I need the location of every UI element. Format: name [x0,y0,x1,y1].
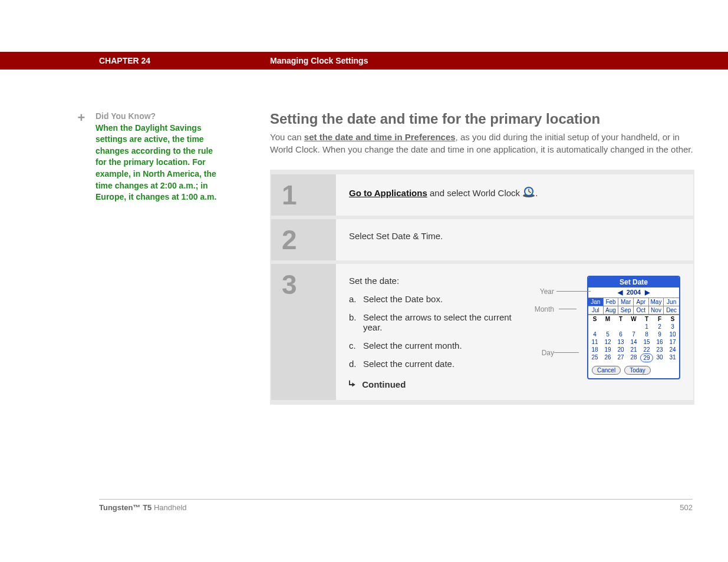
day-cell-2[interactable]: 2 [653,323,666,330]
day-cell-7[interactable]: 7 [627,330,640,338]
day-cell-12[interactable]: 12 [601,338,614,346]
chapter-label: CHAPTER 24 [99,56,270,65]
dow-header-cell: T [640,315,653,323]
steps-table: 1 Go to Applications and select World Cl… [270,170,694,405]
month-cell-dec[interactable]: Dec [664,306,679,315]
set-date-panel: Set Date ◀ 2004 ▶ JanFebMarAprMayJunJulA… [587,276,680,379]
day-cell-11[interactable]: 11 [588,338,601,346]
day-cell-28[interactable]: 28 [627,353,640,362]
month-cell-jun[interactable]: Jun [664,298,679,306]
year-selector: ◀ 2004 ▶ [588,287,679,297]
day-cell-4[interactable]: 4 [588,330,601,338]
month-cell-jul[interactable]: Jul [588,306,604,315]
step-1-row: 1 Go to Applications and select World Cl… [271,174,693,216]
year-value: 2004 [627,289,641,296]
year-next-arrow[interactable]: ▶ [643,289,652,296]
section-title: Setting the date and time for the primar… [270,111,694,127]
month-cell-jan[interactable]: Jan [588,298,604,306]
day-cell-17[interactable]: 17 [666,338,679,346]
month-grid: JanFebMarAprMayJunJulAugSepOctNovDec [588,297,679,315]
step-1-number: 1 [282,179,327,211]
day-cell-25[interactable]: 25 [588,353,601,362]
day-cell-8[interactable]: 8 [640,330,653,338]
step-3c-text: Select the current month. [363,340,462,351]
day-cell-20[interactable]: 20 [614,346,627,353]
day-cell-14[interactable]: 14 [627,338,640,346]
day-cell-6[interactable]: 6 [614,330,627,338]
dow-header-cell: S [588,315,601,323]
intro-paragraph: You can set the date and time in Prefere… [270,131,694,156]
footer-product: Tungsten™ T5 Handheld [99,503,187,512]
tip-body: When the Daylight Savings settings are a… [95,123,217,203]
today-button[interactable]: Today [624,366,651,375]
day-cell-10[interactable]: 10 [666,330,679,338]
chapter-header: CHAPTER 24 Managing Clock Settings [0,52,728,70]
day-cell-16[interactable]: 16 [653,338,666,346]
day-cell-9[interactable]: 9 [653,330,666,338]
did-you-know-box: + Did You Know? When the Daylight Saving… [75,111,217,203]
month-cell-oct[interactable]: Oct [634,306,649,315]
step-3-title: Set the date: [349,276,515,286]
day-cell-26[interactable]: 26 [601,353,614,362]
page-footer: Tungsten™ T5 Handheld 502 [99,499,693,512]
dow-header-cell: M [601,315,614,323]
set-date-figure: Year Month Day Set Date ◀ [527,276,680,389]
month-cell-aug[interactable]: Aug [604,306,619,315]
step-2-row: 2 Select Set Date & Time. [271,219,693,260]
day-cell-23[interactable]: 23 [653,346,666,353]
day-cell-30[interactable]: 30 [653,353,666,362]
footer-page-number: 502 [680,503,693,512]
month-cell-nov[interactable]: Nov [649,306,664,315]
step-3d-text: Select the current date. [363,359,454,369]
month-cell-feb[interactable]: Feb [604,298,619,306]
year-prev-arrow[interactable]: ◀ [615,289,625,296]
dow-header-cell: T [614,315,627,323]
go-to-applications-link[interactable]: Go to Applications [349,188,427,198]
dow-header-cell: F [653,315,666,323]
callout-month: Month [535,305,554,313]
intro-before: You can [270,132,304,142]
main-content: Setting the date and time for the primar… [270,111,694,405]
day-cell-22[interactable]: 22 [640,346,653,353]
day-cell-31[interactable]: 31 [666,353,679,362]
dow-header-cell: S [666,315,679,323]
day-cell-empty [588,323,601,330]
step-3-instructions: Set the date: a.Select the Date box. b.S… [349,276,515,389]
day-cell-19[interactable]: 19 [601,346,614,353]
step-2-text: Select Set Date & Time. [349,231,443,241]
day-cell-13[interactable]: 13 [614,338,627,346]
day-cell-3[interactable]: 3 [666,323,679,330]
day-cell-15[interactable]: 15 [640,338,653,346]
set-date-title: Set Date [588,277,679,287]
day-grid: 1234567891011121314151617181920212223242… [588,323,679,362]
month-cell-may[interactable]: May [649,298,664,306]
continued-label: Continued [349,379,515,389]
sidebar: + Did You Know? When the Daylight Saving… [0,111,270,405]
day-cell-27[interactable]: 27 [614,353,627,362]
preferences-link[interactable]: set the date and time in Preferences [304,132,456,142]
chapter-title: Managing Clock Settings [270,56,368,65]
day-cell-empty [601,323,614,330]
day-cell-18[interactable]: 18 [588,346,601,353]
month-cell-sep[interactable]: Sep [618,306,634,315]
step-3a-text: Select the Date box. [363,294,443,304]
day-cell-empty [614,323,627,330]
day-of-week-header: SMTWTFS [588,315,679,323]
day-cell-1[interactable]: 1 [640,323,653,330]
dow-header-cell: W [627,315,640,323]
continued-arrow-icon [349,379,357,389]
day-cell-empty [627,323,640,330]
day-cell-24[interactable]: 24 [666,346,679,353]
callout-day: Day [542,349,554,357]
month-cell-mar[interactable]: Mar [618,298,634,306]
day-cell-29[interactable]: 29 [640,353,653,362]
day-cell-21[interactable]: 21 [627,346,640,353]
step-1-period: . [535,188,538,198]
cancel-button[interactable]: Cancel [592,366,621,375]
step-3-number: 3 [282,269,327,300]
step-1-rest: and select World Clock [427,188,522,198]
month-cell-apr[interactable]: Apr [634,298,649,306]
step-2-number: 2 [282,224,327,256]
tip-title: Did You Know? [95,111,156,121]
day-cell-5[interactable]: 5 [601,330,614,338]
